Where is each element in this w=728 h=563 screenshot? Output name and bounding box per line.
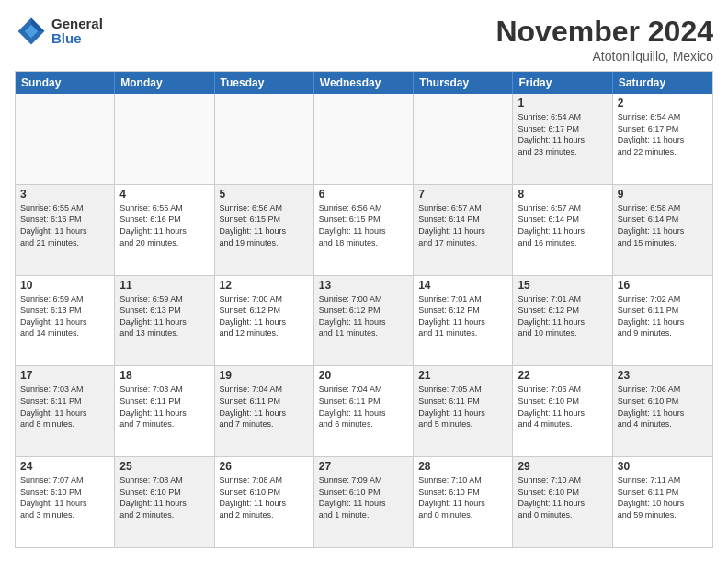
day-info-23: Sunrise: 7:06 AM Sunset: 6:10 PM Dayligh… [618, 384, 708, 430]
title-block: November 2024 Atotonilquillo, Mexico [495, 15, 713, 63]
day-info-29: Sunrise: 7:10 AM Sunset: 6:10 PM Dayligh… [518, 475, 607, 521]
calendar: Sunday Monday Tuesday Wednesday Thursday… [15, 71, 713, 548]
day-number-4: 4 [119, 188, 209, 201]
header-wednesday: Wednesday [314, 72, 414, 94]
calendar-cell-3-4: 21Sunrise: 7:05 AM Sunset: 6:11 PM Dayli… [414, 366, 513, 456]
header-sunday: Sunday [16, 72, 115, 94]
logo-text: General Blue [51, 17, 103, 47]
day-number-11: 11 [119, 279, 209, 292]
day-info-5: Sunrise: 6:56 AM Sunset: 6:15 PM Dayligh… [220, 202, 309, 248]
calendar-cell-2-6: 16Sunrise: 7:02 AM Sunset: 6:11 PM Dayli… [613, 276, 712, 366]
header: General Blue November 2024 Atotonilquill… [15, 15, 713, 63]
calendar-cell-3-1: 18Sunrise: 7:03 AM Sunset: 6:11 PM Dayli… [115, 366, 214, 456]
day-number-14: 14 [418, 279, 507, 292]
calendar-row-4: 24Sunrise: 7:07 AM Sunset: 6:10 PM Dayli… [16, 457, 712, 547]
header-thursday: Thursday [414, 72, 513, 94]
header-monday: Monday [115, 72, 214, 94]
day-info-21: Sunrise: 7:05 AM Sunset: 6:11 PM Dayligh… [418, 384, 507, 430]
day-number-30: 30 [618, 460, 708, 473]
day-number-17: 17 [20, 369, 109, 382]
day-number-10: 10 [20, 279, 109, 292]
location: Atotonilquillo, Mexico [495, 49, 713, 63]
calendar-cell-1-4: 7Sunrise: 6:57 AM Sunset: 6:14 PM Daylig… [414, 185, 513, 275]
calendar-cell-0-1 [115, 94, 214, 184]
day-number-24: 24 [20, 460, 109, 473]
day-info-10: Sunrise: 6:59 AM Sunset: 6:13 PM Dayligh… [20, 293, 109, 339]
header-saturday: Saturday [613, 72, 712, 94]
calendar-cell-1-0: 3Sunrise: 6:55 AM Sunset: 6:16 PM Daylig… [16, 185, 115, 275]
calendar-cell-0-3 [314, 94, 414, 184]
day-number-20: 20 [319, 369, 408, 382]
day-number-25: 25 [119, 460, 209, 473]
day-info-16: Sunrise: 7:02 AM Sunset: 6:11 PM Dayligh… [618, 293, 708, 339]
calendar-cell-1-2: 5Sunrise: 6:56 AM Sunset: 6:15 PM Daylig… [215, 185, 314, 275]
calendar-cell-2-1: 11Sunrise: 6:59 AM Sunset: 6:13 PM Dayli… [115, 276, 214, 366]
day-number-1: 1 [518, 97, 607, 109]
day-info-2: Sunrise: 6:54 AM Sunset: 6:17 PM Dayligh… [618, 111, 708, 157]
day-info-6: Sunrise: 6:56 AM Sunset: 6:15 PM Dayligh… [319, 202, 408, 248]
day-number-28: 28 [418, 460, 507, 473]
day-number-13: 13 [319, 279, 408, 292]
day-info-3: Sunrise: 6:55 AM Sunset: 6:16 PM Dayligh… [20, 202, 109, 248]
calendar-cell-2-4: 14Sunrise: 7:01 AM Sunset: 6:12 PM Dayli… [414, 276, 513, 366]
month-title: November 2024 [495, 15, 713, 49]
day-info-25: Sunrise: 7:08 AM Sunset: 6:10 PM Dayligh… [119, 475, 209, 521]
day-number-22: 22 [518, 369, 607, 382]
calendar-cell-4-0: 24Sunrise: 7:07 AM Sunset: 6:10 PM Dayli… [16, 457, 115, 547]
day-number-23: 23 [618, 369, 708, 382]
calendar-header: Sunday Monday Tuesday Wednesday Thursday… [16, 72, 712, 94]
calendar-cell-3-0: 17Sunrise: 7:03 AM Sunset: 6:11 PM Dayli… [16, 366, 115, 456]
calendar-cell-4-1: 25Sunrise: 7:08 AM Sunset: 6:10 PM Dayli… [115, 457, 214, 547]
day-info-30: Sunrise: 7:11 AM Sunset: 6:11 PM Dayligh… [618, 475, 708, 521]
header-friday: Friday [513, 72, 612, 94]
calendar-row-1: 3Sunrise: 6:55 AM Sunset: 6:16 PM Daylig… [16, 185, 712, 276]
logo: General Blue [15, 15, 103, 48]
day-number-19: 19 [220, 369, 309, 382]
day-info-22: Sunrise: 7:06 AM Sunset: 6:10 PM Dayligh… [518, 384, 607, 430]
header-tuesday: Tuesday [215, 72, 314, 94]
calendar-cell-1-5: 8Sunrise: 6:57 AM Sunset: 6:14 PM Daylig… [513, 185, 612, 275]
day-info-20: Sunrise: 7:04 AM Sunset: 6:11 PM Dayligh… [319, 384, 408, 430]
day-number-27: 27 [319, 460, 408, 473]
day-number-12: 12 [220, 279, 309, 292]
calendar-cell-0-4 [414, 94, 513, 184]
calendar-cell-2-0: 10Sunrise: 6:59 AM Sunset: 6:13 PM Dayli… [16, 276, 115, 366]
day-number-16: 16 [618, 279, 708, 292]
calendar-cell-0-2 [215, 94, 314, 184]
calendar-cell-2-3: 13Sunrise: 7:00 AM Sunset: 6:12 PM Dayli… [314, 276, 414, 366]
calendar-row-0: 1Sunrise: 6:54 AM Sunset: 6:17 PM Daylig… [16, 94, 712, 185]
calendar-row-3: 17Sunrise: 7:03 AM Sunset: 6:11 PM Dayli… [16, 366, 712, 457]
logo-icon [15, 15, 48, 48]
calendar-cell-4-3: 27Sunrise: 7:09 AM Sunset: 6:10 PM Dayli… [314, 457, 414, 547]
calendar-cell-4-5: 29Sunrise: 7:10 AM Sunset: 6:10 PM Dayli… [513, 457, 612, 547]
day-info-4: Sunrise: 6:55 AM Sunset: 6:16 PM Dayligh… [119, 202, 209, 248]
day-info-27: Sunrise: 7:09 AM Sunset: 6:10 PM Dayligh… [319, 475, 408, 521]
day-number-7: 7 [418, 188, 507, 201]
calendar-cell-0-6: 2Sunrise: 6:54 AM Sunset: 6:17 PM Daylig… [613, 94, 712, 184]
calendar-cell-1-1: 4Sunrise: 6:55 AM Sunset: 6:16 PM Daylig… [115, 185, 214, 275]
calendar-cell-3-5: 22Sunrise: 7:06 AM Sunset: 6:10 PM Dayli… [513, 366, 612, 456]
day-info-17: Sunrise: 7:03 AM Sunset: 6:11 PM Dayligh… [20, 384, 109, 430]
day-info-24: Sunrise: 7:07 AM Sunset: 6:10 PM Dayligh… [20, 475, 109, 521]
day-number-26: 26 [220, 460, 309, 473]
day-number-8: 8 [518, 188, 607, 201]
calendar-cell-1-3: 6Sunrise: 6:56 AM Sunset: 6:15 PM Daylig… [314, 185, 414, 275]
day-info-12: Sunrise: 7:00 AM Sunset: 6:12 PM Dayligh… [220, 293, 309, 339]
calendar-cell-4-2: 26Sunrise: 7:08 AM Sunset: 6:10 PM Dayli… [215, 457, 314, 547]
day-info-28: Sunrise: 7:10 AM Sunset: 6:10 PM Dayligh… [418, 475, 507, 521]
day-number-21: 21 [418, 369, 507, 382]
calendar-cell-2-5: 15Sunrise: 7:01 AM Sunset: 6:12 PM Dayli… [513, 276, 612, 366]
calendar-cell-3-6: 23Sunrise: 7:06 AM Sunset: 6:10 PM Dayli… [613, 366, 712, 456]
day-number-3: 3 [20, 188, 109, 201]
calendar-cell-4-4: 28Sunrise: 7:10 AM Sunset: 6:10 PM Dayli… [414, 457, 513, 547]
calendar-cell-3-2: 19Sunrise: 7:04 AM Sunset: 6:11 PM Dayli… [215, 366, 314, 456]
calendar-cell-1-6: 9Sunrise: 6:58 AM Sunset: 6:14 PM Daylig… [613, 185, 712, 275]
day-info-19: Sunrise: 7:04 AM Sunset: 6:11 PM Dayligh… [220, 384, 309, 430]
day-info-26: Sunrise: 7:08 AM Sunset: 6:10 PM Dayligh… [220, 475, 309, 521]
day-number-5: 5 [220, 188, 309, 201]
day-number-9: 9 [618, 188, 708, 201]
day-info-9: Sunrise: 6:58 AM Sunset: 6:14 PM Dayligh… [618, 202, 708, 248]
logo-general-text: General [51, 17, 103, 32]
logo-blue-text: Blue [51, 31, 103, 47]
day-info-7: Sunrise: 6:57 AM Sunset: 6:14 PM Dayligh… [418, 202, 507, 248]
